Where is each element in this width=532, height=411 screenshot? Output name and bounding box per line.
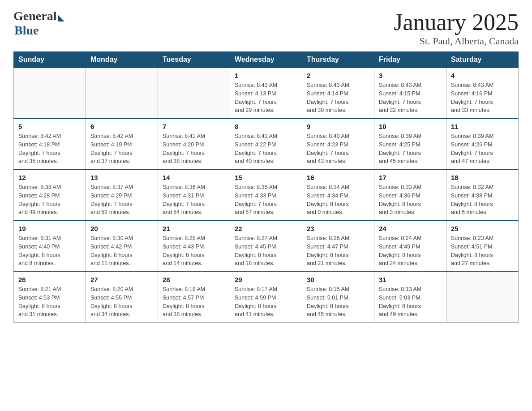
day-number: 16 <box>307 174 369 181</box>
day-info: Sunrise: 8:27 AM Sunset: 4:45 PM Dayligh… <box>235 234 297 268</box>
day-info: Sunrise: 8:41 AM Sunset: 4:22 PM Dayligh… <box>235 132 297 166</box>
day-info: Sunrise: 8:28 AM Sunset: 4:43 PM Dayligh… <box>163 234 225 268</box>
day-number: 26 <box>18 276 81 283</box>
title-block: January 2025 St. Paul, Alberta, Canada <box>394 9 519 47</box>
calendar-cell: 26Sunrise: 8:21 AM Sunset: 4:53 PM Dayli… <box>14 272 86 323</box>
day-info: Sunrise: 8:39 AM Sunset: 4:26 PM Dayligh… <box>451 132 514 166</box>
day-of-week-header: Tuesday <box>158 52 230 68</box>
day-info: Sunrise: 8:38 AM Sunset: 4:28 PM Dayligh… <box>18 183 81 217</box>
day-number: 18 <box>451 174 514 181</box>
day-of-week-header: Thursday <box>302 52 374 68</box>
day-number: 28 <box>163 276 225 283</box>
day-number: 20 <box>90 225 153 232</box>
day-info: Sunrise: 8:20 AM Sunset: 4:55 PM Dayligh… <box>90 285 153 319</box>
day-info: Sunrise: 8:13 AM Sunset: 5:03 PM Dayligh… <box>379 285 442 319</box>
day-info: Sunrise: 8:26 AM Sunset: 4:47 PM Dayligh… <box>307 234 369 268</box>
calendar-subtitle: St. Paul, Alberta, Canada <box>394 35 519 47</box>
calendar-cell: 16Sunrise: 8:34 AM Sunset: 4:34 PM Dayli… <box>302 170 374 221</box>
calendar-cell: 5Sunrise: 8:42 AM Sunset: 4:18 PM Daylig… <box>14 119 86 170</box>
day-number: 14 <box>163 174 225 181</box>
day-number: 27 <box>90 276 153 283</box>
day-info: Sunrise: 8:32 AM Sunset: 4:38 PM Dayligh… <box>451 183 514 217</box>
calendar-cell: 25Sunrise: 8:23 AM Sunset: 4:51 PM Dayli… <box>446 221 519 272</box>
day-info: Sunrise: 8:37 AM Sunset: 4:29 PM Dayligh… <box>90 183 153 217</box>
day-info: Sunrise: 8:17 AM Sunset: 4:59 PM Dayligh… <box>235 285 297 319</box>
day-info: Sunrise: 8:33 AM Sunset: 4:36 PM Dayligh… <box>379 183 442 217</box>
logo-arrow-icon <box>58 15 64 21</box>
day-number: 11 <box>451 123 514 130</box>
day-number: 9 <box>307 123 369 130</box>
day-number: 12 <box>18 174 81 181</box>
calendar-cell: 11Sunrise: 8:39 AM Sunset: 4:26 PM Dayli… <box>446 119 519 170</box>
logo-blue-text: Blue <box>14 23 39 38</box>
calendar-cell: 15Sunrise: 8:35 AM Sunset: 4:33 PM Dayli… <box>230 170 302 221</box>
day-info: Sunrise: 8:24 AM Sunset: 4:49 PM Dayligh… <box>379 234 442 268</box>
day-number: 13 <box>90 174 153 181</box>
day-number: 8 <box>235 123 297 130</box>
day-info: Sunrise: 8:43 AM Sunset: 4:15 PM Dayligh… <box>379 81 442 115</box>
day-info: Sunrise: 8:21 AM Sunset: 4:53 PM Dayligh… <box>18 285 81 319</box>
day-info: Sunrise: 8:43 AM Sunset: 4:13 PM Dayligh… <box>235 81 297 115</box>
day-number: 24 <box>379 225 442 232</box>
page-header: General Blue January 2025 St. Paul, Albe… <box>13 9 519 47</box>
day-number: 5 <box>18 123 81 130</box>
day-number: 10 <box>379 123 442 130</box>
calendar-cell: 17Sunrise: 8:33 AM Sunset: 4:36 PM Dayli… <box>374 170 446 221</box>
calendar-cell: 12Sunrise: 8:38 AM Sunset: 4:28 PM Dayli… <box>14 170 86 221</box>
calendar-cell: 21Sunrise: 8:28 AM Sunset: 4:43 PM Dayli… <box>158 221 230 272</box>
day-info: Sunrise: 8:23 AM Sunset: 4:51 PM Dayligh… <box>451 234 514 268</box>
day-number: 2 <box>307 72 369 79</box>
day-number: 17 <box>379 174 442 181</box>
day-of-week-header: Wednesday <box>230 52 302 68</box>
day-of-week-header: Saturday <box>446 52 519 68</box>
calendar-cell: 9Sunrise: 8:40 AM Sunset: 4:23 PM Daylig… <box>302 119 374 170</box>
day-number: 15 <box>235 174 297 181</box>
day-number: 4 <box>451 72 514 79</box>
calendar-cell: 29Sunrise: 8:17 AM Sunset: 4:59 PM Dayli… <box>230 272 302 323</box>
calendar-table: SundayMondayTuesdayWednesdayThursdayFrid… <box>13 51 519 323</box>
day-info: Sunrise: 8:30 AM Sunset: 4:42 PM Dayligh… <box>90 234 153 268</box>
day-info: Sunrise: 8:18 AM Sunset: 4:57 PM Dayligh… <box>163 285 225 319</box>
day-number: 7 <box>163 123 225 130</box>
calendar-cell: 20Sunrise: 8:30 AM Sunset: 4:42 PM Dayli… <box>86 221 158 272</box>
day-number: 30 <box>307 276 369 283</box>
day-info: Sunrise: 8:35 AM Sunset: 4:33 PM Dayligh… <box>235 183 297 217</box>
day-info: Sunrise: 8:42 AM Sunset: 4:18 PM Dayligh… <box>18 132 81 166</box>
calendar-cell: 24Sunrise: 8:24 AM Sunset: 4:49 PM Dayli… <box>374 221 446 272</box>
day-info: Sunrise: 8:41 AM Sunset: 4:20 PM Dayligh… <box>163 132 225 166</box>
day-number: 1 <box>235 72 297 79</box>
calendar-cell: 6Sunrise: 8:42 AM Sunset: 4:19 PM Daylig… <box>86 119 158 170</box>
day-info: Sunrise: 8:39 AM Sunset: 4:25 PM Dayligh… <box>379 132 442 166</box>
calendar-cell: 27Sunrise: 8:20 AM Sunset: 4:55 PM Dayli… <box>86 272 158 323</box>
calendar-cell: 19Sunrise: 8:31 AM Sunset: 4:40 PM Dayli… <box>14 221 86 272</box>
calendar-cell <box>14 68 86 119</box>
day-of-week-header: Monday <box>86 52 158 68</box>
day-number: 31 <box>379 276 442 283</box>
calendar-cell <box>86 68 158 119</box>
calendar-cell: 18Sunrise: 8:32 AM Sunset: 4:38 PM Dayli… <box>446 170 519 221</box>
calendar-cell: 13Sunrise: 8:37 AM Sunset: 4:29 PM Dayli… <box>86 170 158 221</box>
day-info: Sunrise: 8:42 AM Sunset: 4:19 PM Dayligh… <box>90 132 153 166</box>
calendar-cell: 28Sunrise: 8:18 AM Sunset: 4:57 PM Dayli… <box>158 272 230 323</box>
calendar-cell: 7Sunrise: 8:41 AM Sunset: 4:20 PM Daylig… <box>158 119 230 170</box>
day-info: Sunrise: 8:40 AM Sunset: 4:23 PM Dayligh… <box>307 132 369 166</box>
calendar-cell: 22Sunrise: 8:27 AM Sunset: 4:45 PM Dayli… <box>230 221 302 272</box>
day-number: 25 <box>451 225 514 232</box>
day-number: 19 <box>18 225 81 232</box>
day-number: 21 <box>163 225 225 232</box>
day-number: 29 <box>235 276 297 283</box>
calendar-cell: 10Sunrise: 8:39 AM Sunset: 4:25 PM Dayli… <box>374 119 446 170</box>
day-info: Sunrise: 8:34 AM Sunset: 4:34 PM Dayligh… <box>307 183 369 217</box>
calendar-cell: 23Sunrise: 8:26 AM Sunset: 4:47 PM Dayli… <box>302 221 374 272</box>
day-of-week-header: Sunday <box>14 52 86 68</box>
day-info: Sunrise: 8:43 AM Sunset: 4:14 PM Dayligh… <box>307 81 369 115</box>
calendar-cell: 2Sunrise: 8:43 AM Sunset: 4:14 PM Daylig… <box>302 68 374 119</box>
day-number: 3 <box>379 72 442 79</box>
day-of-week-header: Friday <box>374 52 446 68</box>
day-info: Sunrise: 8:36 AM Sunset: 4:31 PM Dayligh… <box>163 183 225 217</box>
calendar-cell: 8Sunrise: 8:41 AM Sunset: 4:22 PM Daylig… <box>230 119 302 170</box>
calendar-cell: 1Sunrise: 8:43 AM Sunset: 4:13 PM Daylig… <box>230 68 302 119</box>
calendar-cell: 4Sunrise: 8:43 AM Sunset: 4:16 PM Daylig… <box>446 68 519 119</box>
day-number: 22 <box>235 225 297 232</box>
calendar-cell <box>446 272 519 323</box>
